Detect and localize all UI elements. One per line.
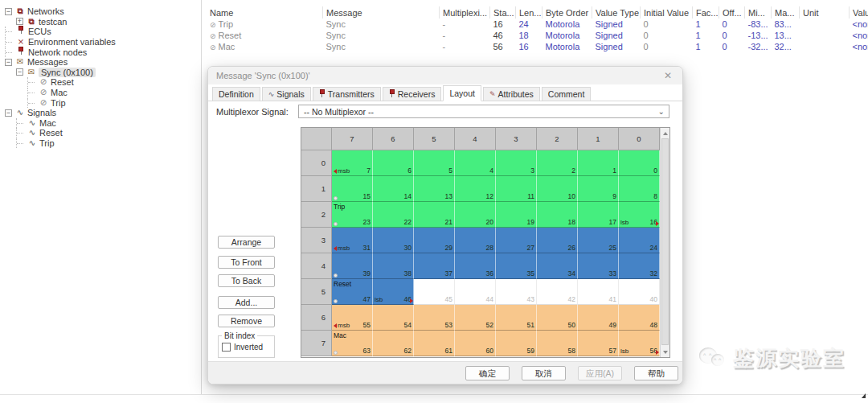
column-header-sta-[interactable]: Sta... (490, 6, 516, 19)
grid-scrollbar[interactable] (660, 128, 669, 357)
tab-receivers[interactable]: Receivers (383, 87, 442, 101)
bit-cell[interactable]: 50 (537, 305, 578, 331)
table-row[interactable]: ⊘TripSync-1624MotorolaSigned010-83...83.… (202, 19, 868, 30)
column-header-name[interactable]: Name (202, 6, 323, 19)
bit-cell[interactable]: 30 (373, 228, 414, 253)
bit-cell[interactable]: 6 (373, 150, 414, 176)
bit-cell[interactable]: 17 (578, 202, 619, 228)
column-header-initial-value[interactable]: Initial Value (641, 6, 693, 19)
tab-comment[interactable]: Comment (542, 87, 592, 101)
tree-item-reset[interactable]: ∿Reset (2, 128, 199, 138)
bit-cell[interactable]: 60 (455, 331, 496, 356)
arrange-button[interactable]: Arrange (218, 236, 275, 249)
bit-cell[interactable]: 2 (537, 150, 578, 176)
tree-item-environment-variables[interactable]: ⨯Environment variables (2, 37, 199, 47)
column-header-message[interactable]: Message (323, 6, 440, 19)
bit-cell[interactable]: 5 (414, 150, 455, 176)
bit-cell[interactable]: lsb56 (619, 331, 660, 356)
remove-button[interactable]: Remove (218, 315, 275, 327)
table-row[interactable]: ⊘MacSync-5616MotorolaSigned010-32...32..… (202, 41, 868, 52)
column-header-fac-[interactable]: Fac... (693, 6, 719, 19)
bit-cell[interactable]: 18 (537, 202, 578, 228)
bit-cell[interactable]: 14 (373, 176, 414, 202)
bit-cell[interactable]: 52 (455, 305, 496, 331)
bit-cell[interactable]: lsb16 (619, 202, 660, 228)
multiplexor-signal-select[interactable]: -- No Multiplexor -- ⌄ (298, 105, 669, 118)
collapse-icon[interactable]: − (5, 8, 12, 15)
tree-item-ecus[interactable]: ECUs (2, 27, 199, 37)
tab-definition[interactable]: Definition (212, 87, 260, 101)
bit-cell[interactable]: 20 (455, 202, 496, 228)
dialog-button-3[interactable]: 帮助 (634, 366, 678, 380)
bit-cell[interactable]: msb31 (332, 228, 373, 253)
column-header-value-table[interactable]: Value Table (850, 6, 868, 19)
bit-cell[interactable]: 26 (537, 228, 578, 253)
bit-cell[interactable]: 53 (414, 305, 455, 331)
bit-cell[interactable]: 21 (414, 202, 455, 228)
bit-cell[interactable]: 32 (619, 253, 660, 279)
column-header-off-[interactable]: Off... (719, 6, 745, 19)
bit-cell[interactable]: 22 (373, 202, 414, 228)
bit-cell[interactable]: Trip23 (332, 202, 373, 228)
scroll-down-icon[interactable] (661, 347, 669, 357)
bit-cell[interactable]: 0 (619, 150, 660, 176)
bit-cell[interactable]: 9 (578, 176, 619, 202)
bit-cell[interactable]: 28 (455, 228, 496, 253)
tree-item-mac[interactable]: ⊘Mac (2, 88, 199, 98)
bit-cell[interactable]: 62 (373, 331, 414, 356)
bit-cell[interactable]: Reset47 (332, 279, 373, 305)
table-row[interactable]: ⊘ResetSync-4618MotorolaSigned010-13...13… (202, 30, 868, 41)
column-header-multiplexi-[interactable]: Multiplexi... (440, 6, 490, 19)
bit-cell[interactable]: 1 (578, 150, 619, 176)
bit-cell[interactable]: 51 (496, 305, 537, 331)
bit-cell[interactable]: 42 (537, 279, 578, 305)
tree-item-mac[interactable]: ∿Mac (2, 118, 199, 129)
tree-item-testcan[interactable]: +⧉testcan (2, 17, 199, 27)
bit-cell[interactable]: 35 (496, 253, 537, 279)
tree-item-network-nodes[interactable]: Network nodes (2, 47, 199, 57)
panel-splitter[interactable] (201, 0, 202, 394)
bit-cell[interactable]: msb7 (332, 150, 373, 176)
bit-cell[interactable]: 40 (619, 279, 660, 305)
bit-cell[interactable]: 3 (496, 150, 537, 176)
bit-cell[interactable]: 49 (578, 305, 619, 331)
bit-cell[interactable]: msb55 (332, 305, 373, 331)
scroll-up-icon[interactable] (661, 128, 669, 138)
collapse-icon[interactable]: − (5, 109, 12, 117)
bit-cell[interactable]: 29 (414, 228, 455, 253)
bit-cell[interactable]: 15 (332, 176, 373, 202)
expand-icon[interactable]: + (16, 18, 23, 25)
bit-cell[interactable]: 37 (414, 253, 455, 279)
tab-transmitters[interactable]: Transmitters (313, 87, 381, 101)
bit-cell[interactable]: 34 (537, 253, 578, 279)
bit-cell[interactable]: 38 (373, 253, 414, 279)
bit-cell[interactable]: 57 (578, 331, 619, 356)
column-header-value-type[interactable]: Value Type (592, 6, 641, 19)
bit-cell[interactable]: 41 (578, 279, 619, 305)
bit-cell[interactable]: lsb46 (373, 279, 414, 305)
scrollbar-thumb[interactable] (661, 138, 669, 345)
bit-cell[interactable]: Mac63 (332, 331, 373, 356)
inverted-checkbox[interactable] (222, 343, 231, 352)
column-header-ma-[interactable]: Ma... (772, 6, 800, 19)
bit-cell[interactable]: 24 (619, 228, 660, 253)
tree-item-trip[interactable]: ∿Trip (2, 138, 199, 149)
bit-cell[interactable]: 12 (455, 176, 496, 202)
bit-cell[interactable]: 39 (332, 253, 373, 279)
bit-cell[interactable]: 4 (455, 150, 496, 176)
bit-cell[interactable]: 19 (496, 202, 537, 228)
tab-signals[interactable]: ∿Signals (262, 87, 311, 101)
bit-cell[interactable]: 11 (496, 176, 537, 202)
add--button[interactable]: Add... (218, 296, 275, 309)
bit-cell[interactable]: 33 (578, 253, 619, 279)
bit-cell[interactable]: 58 (537, 331, 578, 356)
bit-cell[interactable]: 13 (414, 176, 455, 202)
column-header-len-[interactable]: Len... (516, 6, 542, 19)
inverted-checkbox-row[interactable]: Inverted (222, 343, 263, 352)
tree-item-trip[interactable]: ⊘Trip (2, 97, 199, 108)
bit-cell[interactable]: 25 (578, 228, 619, 253)
collapse-icon[interactable]: − (5, 59, 12, 66)
column-header-mi-[interactable]: Mi... (745, 6, 772, 19)
tree-item-messages[interactable]: −✉Messages (2, 57, 199, 68)
to-front-button[interactable]: To Front (218, 256, 275, 269)
